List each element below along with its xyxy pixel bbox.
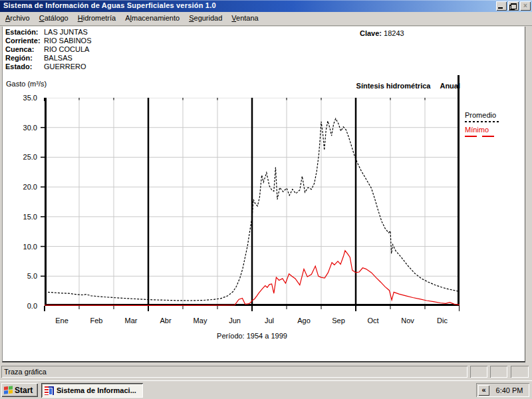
taskbar-task-button[interactable]: Sistema de Informaci... [41,383,143,398]
x-tick-label: Nov [390,317,425,325]
task-button-label: Sistema de Informaci... [57,386,136,394]
y-tick-label: 15.0 [11,213,37,221]
statusbar: Traza gráfica [0,362,532,380]
menu-item-seguridad[interactable]: Seguridad [184,12,227,23]
minimize-icon [498,7,503,9]
menubar: ArchivoCatálogoHidrometríaAlmacenamiento… [0,12,532,26]
station-row: Corriente:RIO SABINOS [5,37,92,45]
status-text: Traza gráfica [1,366,467,378]
y-tick-label: 0.0 [11,302,37,310]
x-axis-labels: EneFebMarAbrMayJunJulAgoSepOctNovDic [45,317,460,325]
tray-clock[interactable]: 6:40 PM [489,386,529,394]
chart-legend: Promedio Mínimo [465,111,525,137]
chart-plot-svg [41,98,460,312]
taskbar: Start Sistema de Informaci... « 6:40 PM [0,380,532,399]
menu-item-catalogo[interactable]: Catálogo [35,12,73,23]
x-tick-label: Dic [425,317,460,325]
app-icon [45,386,54,395]
y-axis-labels: 35.030.025.020.015.010.05.00.0 [8,98,40,312]
clave-field: Clave: 18243 [360,29,404,37]
chart-footer: Período: 1954 a 1999 [45,332,460,340]
station-label: Cuenca: [5,45,44,53]
station-value: LAS JUNTAS [44,28,88,36]
legend-promedio-line-icon [465,121,501,122]
y-tick-label: 5.0 [11,272,37,280]
start-button[interactable]: Start [1,383,38,397]
y-tick-label: 20.0 [11,183,37,191]
station-value: GUERRERO [44,63,86,70]
windows-logo-icon [4,386,13,394]
y-tick-label: 25.0 [11,153,37,161]
x-tick-label: Ago [287,317,321,325]
y-tick-label: 30.0 [11,124,37,132]
status-pane [470,366,487,378]
legend-minimo-label: Mínimo [465,126,525,134]
y-axis-unit-label: Gasto (m³/s) [6,80,47,88]
chart-plot [41,98,460,312]
desktop: Sistema de Información de Aguas Superfic… [0,0,532,399]
clave-value: 18243 [384,29,404,37]
status-pane [511,366,529,378]
station-value: RIO COCULA [44,45,89,53]
menu-item-ventana[interactable]: Ventana [227,12,263,23]
station-row: Estación:LAS JUNTAS [5,28,88,37]
x-tick-label: Mar [114,317,148,325]
x-tick-label: Feb [79,317,114,325]
menu-item-hidrometria[interactable]: Hidrometría [73,12,120,23]
chart-title: Síntesis hidrométricaAnual [255,82,460,90]
y-tick-label: 10.0 [11,243,37,251]
station-row: Cuenca:RIO COCULA [5,45,89,54]
legend-minimo-line-icon [465,136,497,137]
menu-item-archivo[interactable]: Archivo [1,12,35,23]
status-pane [490,366,507,378]
chart-title-text: Síntesis hidrométrica [356,82,431,90]
legend-promedio-label: Promedio [465,111,525,119]
close-button[interactable]: × [520,1,531,11]
station-row: Región:BALSAS [5,54,72,63]
system-tray: « 6:40 PM [476,383,529,397]
minimize-button[interactable] [496,1,507,11]
menu-item-almacenamiento[interactable]: Almacenamiento [120,12,184,23]
x-tick-label: Ene [45,317,79,325]
station-label: Corriente: [5,37,44,45]
x-tick-label: Abr [148,317,183,325]
clave-label: Clave: [360,29,382,37]
start-button-label: Start [15,386,33,395]
x-tick-label: Sep [321,317,356,325]
station-label: Región: [5,54,44,62]
station-label: Estado: [5,63,44,70]
window-titlebar: Sistema de Información de Aguas Superfic… [0,0,532,12]
station-label: Estación: [5,28,44,36]
x-tick-label: Jun [217,317,252,325]
x-tick-label: May [183,317,217,325]
x-tick-label: Jul [252,317,287,325]
station-value: BALSAS [44,54,72,62]
client-area: Estación:LAS JUNTAS Corriente:RIO SABINO… [2,27,525,362]
y-tick-label: 35.0 [11,94,37,102]
tray-chevron-button[interactable]: « [478,385,489,396]
chart-right-border [458,75,460,99]
station-value: RIO SABINOS [44,37,92,45]
window-title: Sistema de Información de Aguas Superfic… [3,1,216,9]
station-row: Estado:GUERRERO [5,63,86,71]
restore-button[interactable] [508,1,519,11]
x-tick-label: Oct [356,317,390,325]
